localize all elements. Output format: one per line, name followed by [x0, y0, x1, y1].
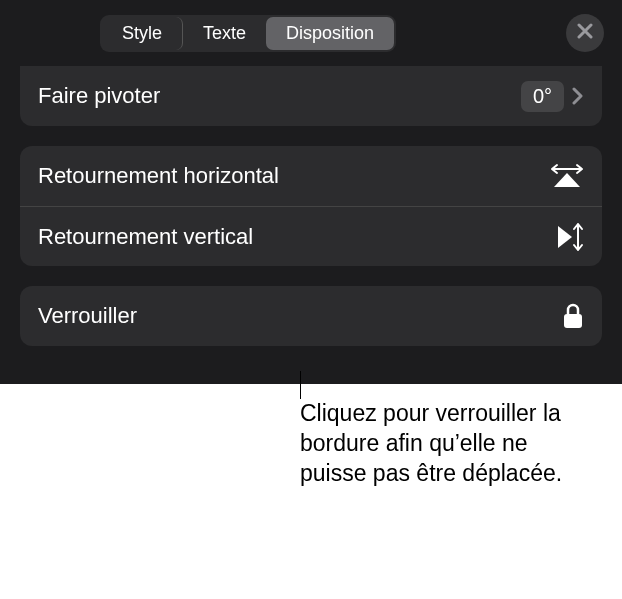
- lock-label: Verrouiller: [38, 303, 562, 329]
- segmented-control: Style Texte Disposition: [100, 15, 396, 52]
- callout: Cliquez pour verrouiller la bordure afin…: [300, 399, 590, 489]
- flip-vertical-row[interactable]: Retournement vertical: [20, 206, 602, 266]
- close-icon: [577, 23, 593, 43]
- close-button[interactable]: [566, 14, 604, 52]
- tab-layout[interactable]: Disposition: [266, 17, 394, 50]
- lock-row[interactable]: Verrouiller: [20, 286, 602, 346]
- callout-line: [300, 371, 301, 399]
- flip-horizontal-label: Retournement horizontal: [38, 163, 550, 189]
- inspector-panel: Style Texte Disposition Faire pivoter 0°: [0, 0, 622, 384]
- callout-text: Cliquez pour verrouiller la bordure afin…: [300, 399, 590, 489]
- rotate-group: Faire pivoter 0°: [20, 66, 602, 126]
- chevron-right-icon: [572, 87, 584, 105]
- svg-rect-0: [564, 314, 582, 328]
- flip-horizontal-row[interactable]: Retournement horizontal: [20, 146, 602, 206]
- tab-style[interactable]: Style: [102, 17, 183, 50]
- flip-vertical-icon: [554, 222, 584, 252]
- lock-icon: [562, 302, 584, 330]
- rotate-value: 0°: [521, 81, 564, 112]
- rotate-row[interactable]: Faire pivoter 0°: [20, 66, 602, 126]
- flip-vertical-label: Retournement vertical: [38, 224, 554, 250]
- tab-bar: Style Texte Disposition: [0, 0, 622, 66]
- flip-group: Retournement horizontal Retournement ver…: [20, 146, 602, 266]
- flip-horizontal-icon: [550, 163, 584, 189]
- rotate-label: Faire pivoter: [38, 83, 521, 109]
- tab-text[interactable]: Texte: [183, 17, 266, 50]
- lock-group: Verrouiller: [20, 286, 602, 346]
